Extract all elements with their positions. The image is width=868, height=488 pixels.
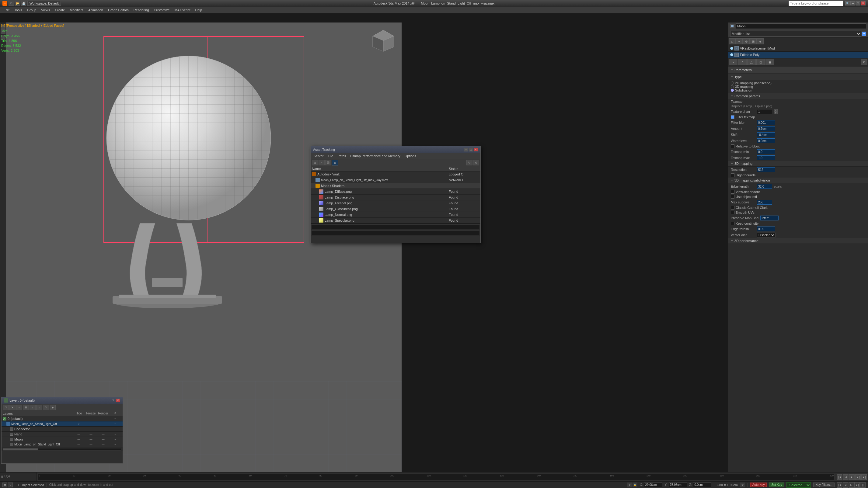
asset-search-input[interactable] [311, 230, 480, 235]
subobj-border[interactable]: △ [747, 59, 756, 65]
common-params-header[interactable]: ▼ Common params [728, 93, 868, 99]
asset-row-maxfile[interactable]: Moon_Lamp_on_Stand_Light_Off_max_vray.ma… [311, 177, 480, 183]
edge-length-input[interactable]: 32.0 [757, 184, 772, 189]
search-input[interactable] [788, 1, 843, 6]
close-btn[interactable]: ✕ [861, 1, 866, 5]
z-value[interactable]: 0.0cm [693, 483, 711, 487]
subobj-edge[interactable]: / [738, 59, 747, 65]
layer-row-connector[interactable]: Connector — — — ~ [2, 427, 123, 432]
layer-tool-7[interactable]: ⊙ [43, 405, 49, 410]
mod-light-epoly[interactable] [730, 53, 733, 56]
menu-customize[interactable]: Customize [152, 8, 172, 12]
asset-menu-options[interactable]: Options [403, 154, 418, 158]
radio-subdiv[interactable]: Subdivision [731, 89, 866, 92]
at-btn-2[interactable]: ≡ [318, 160, 324, 165]
open-btn[interactable]: 📂 [14, 1, 20, 6]
key-filters-btn[interactable]: Key Filters... [813, 483, 835, 487]
x-value[interactable]: 29.06cm [644, 483, 662, 487]
keep-continuity-checkbox[interactable] [731, 222, 735, 225]
playback-btn-4[interactable]: ►| [854, 482, 860, 488]
asset-max-btn[interactable]: □ [469, 148, 473, 152]
layer-tool-5[interactable]: ↑ [30, 405, 36, 410]
workspace-dropdown[interactable]: Workspace: Default [27, 1, 61, 6]
filter-texmap-checkbox[interactable] [731, 115, 735, 119]
asset-row-displace[interactable]: Lamp_Displace.png Found [311, 195, 480, 200]
mod-icon-2[interactable]: ≡ [736, 38, 743, 44]
at-btn-3[interactable]: ☑ [325, 160, 331, 165]
playback-btn-2[interactable]: ◄ [843, 482, 848, 488]
at-settings-btn[interactable]: ⚙ [473, 160, 479, 165]
modifier-epoly[interactable]: P Editable Poly [728, 52, 868, 58]
amount-input[interactable]: 0.7cm [757, 126, 775, 131]
playback-btn-3[interactable]: ► [848, 482, 854, 488]
modifier-list-dropdown[interactable]: Modifier List [730, 31, 861, 36]
layer-scrollbar[interactable] [2, 447, 123, 451]
smooth-uvs-checkbox[interactable] [731, 211, 735, 214]
resolution-input[interactable]: 512 [757, 167, 775, 172]
save-btn[interactable]: 💾 [21, 1, 26, 6]
tight-bounds-checkbox[interactable] [731, 173, 735, 177]
use-obj-mtl-checkbox[interactable] [731, 195, 735, 199]
layer-row-hand[interactable]: Hand — — — ~ [2, 432, 123, 437]
subobj-element[interactable]: ◼ [766, 59, 774, 65]
texture-chan-spinner[interactable]: ▲ ▼ [774, 109, 778, 114]
layer-tool-8[interactable]: ◈ [50, 405, 56, 410]
spin-down[interactable]: ▼ [774, 111, 778, 114]
play-next-frame[interactable]: ►| [855, 474, 861, 480]
min-btn[interactable]: ─ [850, 1, 855, 5]
classic-catmull-checkbox[interactable] [731, 206, 735, 209]
at-refresh-btn[interactable]: ↻ [466, 160, 472, 165]
layer-row-moon-lamp[interactable]: Moon_Lamp_on_Stand_Light_Off ✓ — — ~ [2, 421, 123, 427]
max-subdivs-input[interactable]: 256 [757, 200, 772, 205]
render-default[interactable]: — [97, 417, 109, 420]
at-btn-4[interactable]: ▦ [332, 160, 338, 165]
mod-icon-5[interactable]: ◈ [757, 38, 764, 44]
y-value[interactable]: 75.96cm [669, 483, 687, 487]
edge-thresh-input[interactable]: 0.05 [757, 227, 775, 231]
layer-row-default[interactable]: ✓ 0 (default) — — — ~ [2, 416, 123, 421]
layer-tool-3[interactable]: + [16, 405, 22, 410]
play-last-frame[interactable]: ►| [861, 474, 867, 480]
asset-menu-bitmap[interactable]: Bitmap Performance and Memory [348, 154, 402, 158]
menu-create[interactable]: Create [52, 8, 67, 12]
relative-bbox-checkbox[interactable] [731, 144, 735, 148]
mapping-subdiv-header[interactable]: ▼ 3D mapping/subdivision [728, 177, 868, 183]
layer-help-btn[interactable]: ? [111, 399, 115, 402]
freeze-default[interactable]: — [85, 417, 97, 420]
asset-menu-paths[interactable]: Paths [336, 154, 348, 158]
vector-disp-select[interactable]: Disabled [757, 233, 776, 237]
menu-tools[interactable]: Tools [12, 8, 25, 12]
filter-blur-input[interactable]: 0.001 [757, 120, 775, 125]
mod-icon-1[interactable]: □ [729, 38, 736, 44]
viewport-label[interactable]: [+] [Perspective ] [Shaded + Edged Faces… [1, 24, 64, 27]
playback-btn-1[interactable]: |◄ [837, 482, 842, 488]
layer-tool-4[interactable]: ⊞ [23, 405, 29, 410]
menu-group[interactable]: Group [25, 8, 39, 12]
asset-row-diffuse[interactable]: Lamp_Diffuse.png Found [311, 189, 480, 195]
menu-rendering[interactable]: Rendering [131, 8, 152, 12]
asset-menu-server[interactable]: Server [312, 154, 325, 158]
grid-settings-icon[interactable]: ⚙ [740, 483, 745, 487]
layer-row-moon[interactable]: Moon — — — ~ [2, 437, 123, 442]
menu-help[interactable]: Help [193, 8, 205, 12]
spin-up[interactable]: ▲ [774, 109, 778, 111]
asset-menu-file[interactable]: File [326, 154, 335, 158]
subobj-poly[interactable]: ◻ [756, 59, 765, 65]
asset-path-input[interactable] [311, 224, 480, 229]
asset-min-btn[interactable]: ─ [464, 148, 468, 152]
modifier-vray[interactable]: V VRayDisplacementMod [728, 45, 868, 52]
mod-icon-4[interactable]: ⊞ [750, 38, 757, 44]
mapping-section-header[interactable]: ▼ 3D mapping [728, 161, 868, 167]
asset-row-vault[interactable]: Autodesk Vault Logged O [311, 171, 480, 177]
play-prev-frame[interactable]: ◄ [843, 474, 848, 480]
at-btn-1[interactable]: ⊞ [312, 160, 318, 165]
mod-light-vray[interactable] [730, 47, 733, 50]
menu-graph-editors[interactable]: Graph Editors [105, 8, 131, 12]
layer-row-moon-lamp2[interactable]: Moon_Lamp_on_Stand_Light_Off — — — ~ [2, 442, 123, 447]
asset-row-specular[interactable]: Lamp_Specular.png Found [311, 218, 480, 224]
view-dependent-checkbox[interactable] [731, 190, 735, 194]
texture-chan-input[interactable]: 1 [757, 109, 772, 114]
layer-tool-6[interactable]: ↓ [36, 405, 42, 410]
status-icon-1[interactable]: ☰ [2, 483, 7, 487]
coord-icon-1[interactable]: ⊕ [627, 483, 632, 487]
